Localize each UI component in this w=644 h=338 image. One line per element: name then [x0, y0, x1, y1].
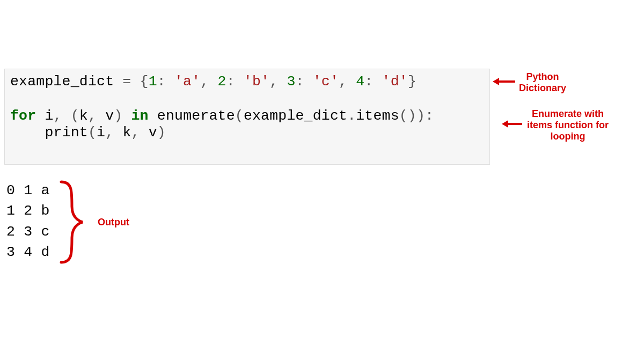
output-line: 1 2 b	[6, 203, 50, 219]
token-call: ()	[399, 108, 416, 124]
token-space	[149, 108, 157, 124]
brace-right-icon	[56, 180, 93, 264]
arrow-left-icon	[502, 119, 522, 129]
token-builtin-print: print	[45, 124, 88, 141]
token-comma: ,	[131, 124, 148, 141]
token-colon: :	[364, 74, 382, 90]
token-brace: {	[140, 74, 149, 90]
token-string: 'b'	[244, 74, 269, 90]
annotation-dictionary: Python Dictionary	[519, 71, 566, 94]
token-paren: )	[416, 108, 425, 124]
token-paren: (	[71, 108, 79, 124]
token-number: 4	[356, 74, 364, 90]
token-indent	[10, 124, 45, 141]
svg-marker-1	[493, 78, 499, 85]
token-comma: ,	[105, 124, 122, 141]
token-number: 3	[287, 74, 295, 90]
token-op: =	[114, 74, 140, 90]
code-content: example_dict = {1: 'a', 2: 'b', 3: 'c', …	[10, 74, 484, 142]
token-paren: )	[157, 124, 166, 141]
token-brace: }	[408, 74, 416, 90]
token-colon: :	[425, 108, 434, 124]
token-string: 'c'	[313, 74, 339, 90]
token-comma: ,	[88, 108, 105, 124]
annotation-output: Output	[98, 217, 129, 228]
token-keyword-in: in	[131, 108, 149, 124]
svg-marker-3	[502, 120, 508, 128]
token-colon: :	[157, 74, 174, 90]
token-colon: :	[295, 74, 312, 90]
token-identifier: example_dict	[244, 108, 347, 124]
token-paren: (	[88, 124, 97, 141]
token-paren: (	[235, 108, 244, 124]
token-space	[36, 108, 45, 124]
token-identifier: i	[97, 124, 105, 141]
annotation-enumerate: Enumerate with items function for loopin…	[527, 108, 609, 143]
output-line: 2 3 c	[6, 224, 50, 240]
token-comma: ,	[339, 74, 356, 90]
token-string: 'd'	[382, 74, 408, 90]
code-cell: example_dict = {1: 'a', 2: 'b', 3: 'c', …	[4, 69, 490, 165]
token-identifier: example_dict	[10, 74, 114, 90]
output-line: 3 4 d	[6, 244, 50, 260]
token-paren: )	[114, 108, 131, 124]
token-identifier: k	[122, 124, 131, 141]
token-keyword-for: for	[10, 108, 36, 124]
token-comma: ,	[269, 74, 287, 90]
token-identifier: k	[79, 108, 88, 124]
token-identifier: v	[105, 108, 114, 124]
token-comma: ,	[54, 108, 71, 124]
token-comma: ,	[200, 74, 217, 90]
output-line: 0 1 a	[6, 182, 50, 199]
token-identifier: i	[45, 108, 53, 124]
token-number: 1	[149, 74, 157, 90]
arrow-left-icon	[493, 76, 515, 87]
token-number: 2	[218, 74, 226, 90]
token-string: 'a'	[174, 74, 200, 90]
token-builtin-enumerate: enumerate	[157, 108, 235, 124]
token-dot: .	[347, 108, 356, 124]
token-colon: :	[226, 74, 244, 90]
diagram-stage: example_dict = {1: 'a', 2: 'b', 3: 'c', …	[0, 0, 644, 338]
token-identifier: v	[149, 124, 157, 141]
token-method-items: items	[356, 108, 399, 124]
output-block: 0 1 a 1 2 b 2 3 c 3 4 d	[6, 180, 50, 263]
